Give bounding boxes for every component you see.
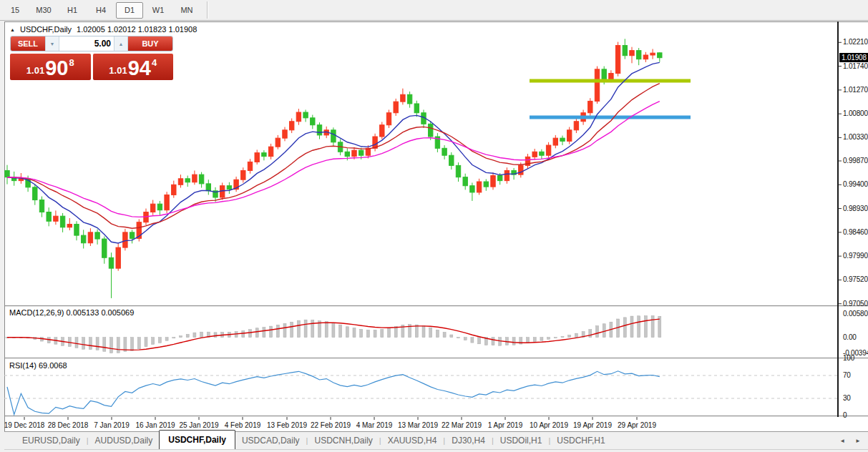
rsi-axis-label: 70 bbox=[843, 371, 851, 379]
buy-price-main: 1.01 bbox=[109, 65, 127, 76]
date-axis-label: 28 Dec 2018 bbox=[48, 421, 89, 429]
buy-price-sup: 4 bbox=[152, 57, 157, 68]
buy-price-big: 94 bbox=[128, 58, 151, 79]
price-axis-label: 1.01270 bbox=[843, 86, 868, 94]
date-axis-label: 10 Apr 2019 bbox=[530, 421, 568, 429]
timeframe-button-MN[interactable]: MN bbox=[173, 2, 200, 19]
date-axis-label: 19 Apr 2019 bbox=[573, 421, 612, 429]
volume-input[interactable] bbox=[59, 36, 114, 51]
macd-axis-label: 0.005805 bbox=[843, 310, 868, 318]
date-axis-label: 16 Jan 2019 bbox=[135, 421, 175, 429]
sell-button[interactable]: SELL bbox=[11, 36, 45, 51]
tab-bar-bottom-strip bbox=[4, 449, 868, 452]
macd-indicator-label: MACD(12,26,9) 0.005133 0.005069 bbox=[9, 308, 134, 317]
tab-AUDUSD-Daily[interactable]: AUDUSD,Daily bbox=[89, 432, 160, 449]
tab-USDCAD-Daily[interactable]: USDCAD,Daily bbox=[235, 432, 306, 449]
buy-button[interactable]: BUY bbox=[128, 36, 172, 51]
sell-price-box[interactable]: 1.01 90 8 bbox=[10, 54, 91, 80]
price-axis-label: 0.97520 bbox=[843, 275, 868, 283]
date-axis-label: 4 Mar 2019 bbox=[356, 421, 393, 429]
ma-fast-line bbox=[7, 62, 660, 243]
tab-USDOil-H1[interactable]: USDOil,H1 bbox=[494, 432, 549, 449]
chart-window: ▲ USDCHF,Daily 1.02005 1.02012 1.01823 1… bbox=[4, 21, 868, 452]
timeframe-button-15[interactable]: 15 bbox=[1, 2, 29, 19]
date-axis-label: 1 Apr 2019 bbox=[488, 421, 522, 429]
sell-price-big: 90 bbox=[45, 58, 68, 79]
chevron-down-icon: ▼ bbox=[50, 41, 55, 46]
rsi-line bbox=[7, 371, 660, 415]
date-axis-label: 7 Jan 2019 bbox=[94, 421, 130, 429]
macd-axis-label: 0.00 bbox=[843, 333, 857, 341]
price-axis-label: 0.97050 bbox=[843, 300, 868, 308]
chart-ohlc-values: 1.02005 1.02012 1.01823 1.01908 bbox=[77, 25, 197, 34]
timeframe-button-H4[interactable]: H4 bbox=[87, 2, 114, 19]
date-axis-label: 22 Mar 2019 bbox=[442, 421, 482, 429]
tab-scroll-controls: ◄ ► bbox=[839, 438, 861, 444]
sell-price-sup: 8 bbox=[69, 57, 74, 68]
sell-price-main: 1.01 bbox=[26, 65, 44, 76]
volume-increase-button[interactable]: ▲ bbox=[114, 36, 128, 51]
tab-scroll-left-icon[interactable]: ◄ bbox=[839, 438, 845, 444]
tab-EURUSD-Daily[interactable]: EURUSD,Daily bbox=[16, 432, 87, 449]
rsi-indicator-label: RSI(14) 69.0068 bbox=[9, 361, 67, 370]
timeframe-button-W1[interactable]: W1 bbox=[145, 2, 172, 19]
timeframe-button-M30[interactable]: M30 bbox=[30, 2, 57, 19]
timeframe-button-D1[interactable]: D1 bbox=[116, 2, 143, 19]
date-axis-label: 13 Feb 2019 bbox=[267, 421, 307, 429]
date-axis-label: 4 Feb 2019 bbox=[225, 421, 261, 429]
toolbar-separator bbox=[207, 1, 208, 19]
current-price-badge: 1.01908 bbox=[839, 53, 868, 62]
tab-scroll-right-icon[interactable]: ► bbox=[855, 438, 861, 444]
date-axis-label: 22 Feb 2019 bbox=[311, 421, 351, 429]
tab-USDCHF-Daily[interactable]: USDCHF,Daily bbox=[159, 430, 235, 449]
timeframe-toolbar: 15M30H1H4D1W1MN bbox=[0, 0, 868, 21]
tab-USDCNH-Daily[interactable]: USDCNH,Daily bbox=[308, 432, 379, 449]
chevron-up-icon: ▲ bbox=[119, 41, 124, 46]
chart-title: ▲ USDCHF,Daily 1.02005 1.02012 1.01823 1… bbox=[10, 25, 197, 34]
date-axis-label: 29 Apr 2019 bbox=[618, 421, 656, 429]
chart-canvas[interactable] bbox=[4, 21, 868, 452]
price-axis-label: 1.00330 bbox=[843, 133, 868, 141]
rsi-axis-label: 30 bbox=[843, 394, 851, 402]
price-axis-label: 0.98460 bbox=[843, 228, 868, 236]
one-click-trade-panel: SELL ▼ ▲ BUY 1.01 90 8 1.01 94 4 bbox=[10, 36, 173, 80]
price-axis-label: 1.00800 bbox=[843, 109, 868, 117]
tab-XAUUSD-H4[interactable]: XAUUSD,H4 bbox=[381, 432, 444, 449]
buy-price-box[interactable]: 1.01 94 4 bbox=[93, 54, 174, 80]
date-axis-label: 19 Dec 2018 bbox=[4, 421, 45, 429]
tab-DJ30-H4[interactable]: DJ30,H4 bbox=[445, 432, 492, 449]
date-axis-label: 25 Jan 2019 bbox=[179, 421, 218, 429]
symbol-tab-bar: EURUSD,Daily|AUDUSD,DailyUSDCHF,DailyUSD… bbox=[4, 431, 868, 449]
timeframe-button-H1[interactable]: H1 bbox=[59, 2, 86, 19]
rsi-axis-label: 100 bbox=[843, 354, 854, 362]
chart-symbol-label: USDCHF,Daily bbox=[20, 25, 72, 34]
price-axis-label: 1.01740 bbox=[843, 62, 868, 70]
tab-USDCHF-H1[interactable]: USDCHF,H1 bbox=[550, 432, 611, 449]
one-click-panel-toggle-icon[interactable]: ▲ bbox=[10, 27, 15, 32]
volume-decrease-button[interactable]: ▼ bbox=[45, 36, 59, 51]
rsi-axis-label: 0 bbox=[843, 411, 847, 419]
date-axis-label: 13 Mar 2019 bbox=[398, 421, 438, 429]
price-axis-label: 1.02210 bbox=[843, 38, 868, 46]
price-axis-label: 0.99870 bbox=[843, 157, 868, 164]
price-axis-label: 0.99400 bbox=[843, 180, 868, 188]
price-axis-label: 0.98930 bbox=[843, 205, 868, 212]
price-axis-label: 0.97990 bbox=[843, 252, 868, 260]
